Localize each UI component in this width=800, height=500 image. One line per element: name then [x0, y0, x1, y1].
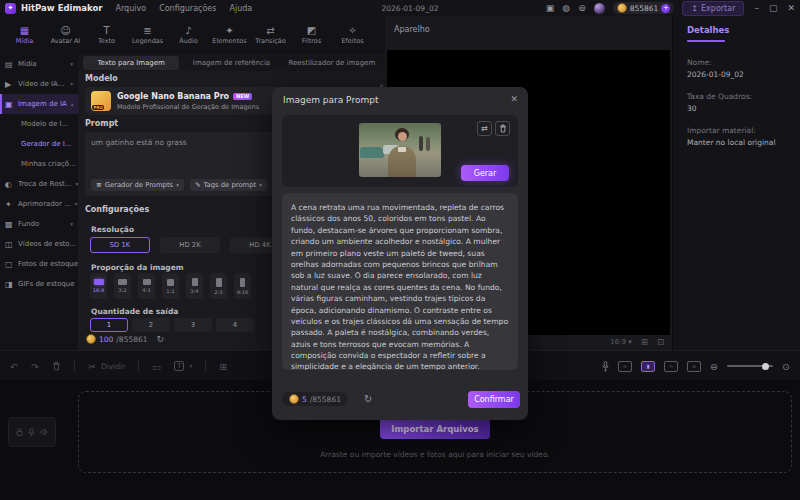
- undo-icon[interactable]: ↶: [10, 361, 18, 372]
- cover-track-icon[interactable]: ≋: [687, 361, 701, 372]
- app-window: ✦ HitPaw Edimakor Arquivo Configurações …: [0, 0, 800, 500]
- credits-badge[interactable]: 855861 +: [613, 2, 675, 14]
- tab-detalhes[interactable]: Detalhes: [687, 25, 729, 35]
- quantity-options: 1 2 3 4: [90, 318, 254, 332]
- menu-configuracoes[interactable]: Configurações: [159, 4, 216, 13]
- list-icon: ≡: [96, 181, 102, 189]
- sidebar-item-videos-estoque[interactable]: ◫ Vídeos de esto...: [0, 234, 78, 254]
- background-icon: ▩: [5, 220, 14, 229]
- resolution-sd1k[interactable]: SD 1K: [90, 237, 150, 253]
- sidebar-item-gerador[interactable]: Gerador de I...: [0, 134, 78, 154]
- export-button[interactable]: ↥ Exportar: [682, 1, 744, 16]
- sidebar-item-minhas-criacoes[interactable]: Minhas criaçõ...: [0, 154, 78, 174]
- generation-cost: 100 /855861 ↻: [86, 334, 164, 344]
- sidebar-item-video-ia[interactable]: ▶ Vídeo de IA...▾: [0, 74, 78, 94]
- sidebar-item-fotos-estoque[interactable]: ▢ Fotos de estoque: [0, 254, 78, 274]
- import-files-button[interactable]: Importar Arquivos: [380, 418, 490, 439]
- zoom-fit-icon[interactable]: ⊙: [782, 361, 790, 372]
- split-button[interactable]: ✂ Dividir: [88, 361, 125, 372]
- download-icon[interactable]: ⊚: [578, 4, 586, 13]
- slider-handle[interactable]: [762, 363, 769, 370]
- user-avatar[interactable]: [594, 3, 605, 14]
- media-icon: ▦: [20, 26, 29, 36]
- sidebar-item-gifs-estoque[interactable]: ◨ GIFs de estoque: [0, 274, 78, 294]
- timeline-zoom-slider[interactable]: [727, 365, 773, 367]
- crop-icon[interactable]: ▭: [152, 361, 161, 372]
- ribbon-tab-filtros[interactable]: ◩ Filtros: [291, 26, 332, 45]
- modal-close-icon[interactable]: ✕: [510, 94, 518, 104]
- quantity-1[interactable]: 1: [90, 318, 128, 332]
- minimize-button[interactable]: –: [754, 3, 759, 13]
- resolution-hd2k[interactable]: HD 2K: [160, 237, 220, 253]
- refresh-icon[interactable]: ↻: [157, 334, 165, 344]
- maximize-button[interactable]: ▢: [769, 3, 778, 13]
- ratio-2-3[interactable]: 2:3: [210, 273, 227, 299]
- menu-ajuda[interactable]: Ajuda: [229, 4, 252, 13]
- redo-icon[interactable]: ↷: [31, 361, 39, 372]
- subtitles-icon: ≣: [143, 26, 151, 36]
- tab-imagem-referencia[interactable]: Imagem de referência: [183, 56, 279, 70]
- delete-icon[interactable]: [52, 361, 61, 371]
- sidebar-item-modelo[interactable]: Modelo de I...: [0, 114, 78, 134]
- prompt-tags-button[interactable]: ✎ Tags de prompt ▾: [190, 179, 267, 191]
- fullscreen-icon[interactable]: ⊡: [657, 337, 664, 347]
- quantity-3[interactable]: 3: [174, 318, 212, 332]
- delete-image-icon[interactable]: [495, 121, 510, 136]
- quantity-2[interactable]: 2: [132, 318, 170, 332]
- track-record-icon[interactable]: [28, 428, 35, 437]
- refresh-icon[interactable]: ↻: [364, 393, 372, 404]
- generated-prompt-text[interactable]: A cena retrata uma rua movimentada, repl…: [282, 193, 518, 370]
- add-credits-icon[interactable]: +: [661, 4, 670, 13]
- video-track-icon[interactable]: ▮: [641, 361, 655, 372]
- settings-section-label: Configurações: [85, 205, 149, 214]
- ratio-4-3[interactable]: 4:3: [138, 273, 155, 299]
- ribbon-tab-legendas[interactable]: ≣ Legendas: [127, 26, 168, 45]
- ribbon-tab-texto[interactable]: T Texto: [86, 26, 127, 45]
- confirm-button[interactable]: Confirmar: [468, 391, 520, 408]
- ribbon-tab-audio[interactable]: ♪ Áudio: [168, 26, 209, 45]
- ratio-1-1[interactable]: 1:1: [162, 273, 179, 299]
- text-tool-button[interactable]: T ▾: [174, 361, 192, 371]
- aspect-ratio-dropdown[interactable]: 16:9 ▾: [610, 338, 631, 346]
- grid-icon[interactable]: ⊞: [641, 337, 648, 347]
- link-track-icon[interactable]: ∞: [618, 361, 632, 372]
- sidebar-item-imagem-ia[interactable]: ▣ Imagem de IA▴: [0, 94, 78, 114]
- ratio-9-16[interactable]: 9:16: [234, 273, 251, 299]
- audio-track-icon[interactable]: ∿: [664, 361, 678, 372]
- tab-reestilizador[interactable]: Reestilizador de imagem: [284, 56, 380, 70]
- enhancer-icon: ✦: [5, 200, 14, 209]
- sidebar-item-troca-rosto[interactable]: ◐ Troca de Rost...▾: [0, 174, 78, 194]
- swap-image-icon[interactable]: ⇄: [477, 121, 492, 136]
- prompt-generator-button[interactable]: ≡ Gerador de Prompts ▾: [91, 179, 184, 191]
- quantity-4[interactable]: 4: [216, 318, 254, 332]
- ribbon-tab-elementos[interactable]: ✦ Elementos: [209, 26, 250, 45]
- close-button[interactable]: ✕: [787, 3, 795, 13]
- microphone-icon[interactable]: [602, 361, 609, 372]
- feedback-icon[interactable]: ◍: [562, 4, 570, 13]
- app-title: HitPaw Edimakor: [21, 3, 103, 13]
- sidebar-item-aprimorador[interactable]: ✦ Aprimorador ...▾: [0, 194, 78, 214]
- grid-tool-icon[interactable]: ⊞: [219, 361, 227, 372]
- ribbon-tab-avatar-ai[interactable]: ☺ Avatar AI: [45, 26, 86, 45]
- uploaded-image-thumbnail[interactable]: [359, 123, 441, 177]
- zoom-out-icon[interactable]: ⊖: [710, 361, 718, 372]
- model-section-label: Modelo: [85, 74, 118, 83]
- model-pro-icon: PRO: [91, 91, 111, 111]
- generate-button[interactable]: Gerar: [461, 165, 509, 181]
- chevron-down-icon: ▾: [176, 182, 179, 188]
- ratio-16-9[interactable]: 16:9: [90, 273, 107, 299]
- sidebar-item-midia[interactable]: ▤ Mídia▾: [0, 54, 78, 74]
- track-lock-icon[interactable]: [16, 428, 23, 436]
- track-mute-icon[interactable]: [40, 428, 48, 436]
- ribbon-tab-efeitos[interactable]: ✧ Efeitos: [332, 26, 373, 45]
- ribbon-tab-midia[interactable]: ▦ Mídia: [4, 26, 45, 45]
- layout-icon[interactable]: ▣: [546, 4, 555, 13]
- tab-texto-para-imagem[interactable]: Texto para Imagem: [83, 56, 179, 70]
- ribbon-tab-transicao[interactable]: ⇄ Transição: [250, 26, 291, 45]
- title-bar: ✦ HitPaw Edimakor Arquivo Configurações …: [0, 0, 800, 16]
- ribbon-toolbar: ▦ Mídia ☺ Avatar AI T Texto ≣ Legendas ♪…: [0, 16, 389, 55]
- menu-arquivo[interactable]: Arquivo: [116, 4, 147, 13]
- sidebar-item-fundo[interactable]: ▩ Fundo▾: [0, 214, 78, 234]
- ratio-3-4[interactable]: 3:4: [186, 273, 203, 299]
- ratio-3-2[interactable]: 3:2: [114, 273, 131, 299]
